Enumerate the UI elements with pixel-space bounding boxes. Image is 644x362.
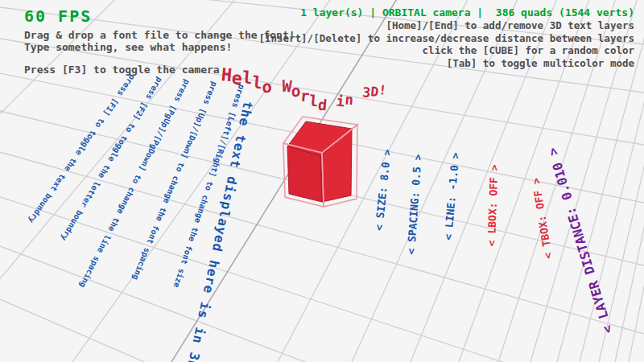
- right-instruction-line: [Insert]/[Delete] to increase/decrease d…: [258, 32, 634, 45]
- right-instruction-line: [Tab] to toggle multicolor mode: [258, 57, 634, 70]
- status-line: 1 layer(s) | ORBITAL camera | 386 quads …: [258, 6, 634, 19]
- instruction-type: Type something, see what happens!: [24, 41, 232, 53]
- right-instruction-line: [Home]/[End] to add/remove 3D text layer…: [258, 19, 634, 32]
- raylib-text3d-window: the text displayed here is in 3D press […: [0, 0, 644, 362]
- hello-letter: [328, 76, 339, 94]
- hud-right-block: 1 layer(s) | ORBITAL camera | 386 quads …: [258, 6, 634, 69]
- cube-face[interactable]: [287, 146, 322, 202]
- hello-letter: !: [378, 82, 387, 98]
- instruction-camera-toggle: Press [F3] to toggle the camera: [24, 64, 220, 76]
- hello-letter: n: [345, 92, 354, 109]
- hello-letter: o: [261, 76, 272, 97]
- right-instruction-line: click the [CUBE] for a random color: [258, 44, 634, 57]
- fps-counter: 60 FPS: [24, 6, 92, 26]
- right-instructions: [Home]/[End] to add/remove 3D text layer…: [258, 19, 634, 69]
- instruction-drag-drop: Drag & drop a font file to change the fo…: [24, 29, 295, 41]
- hello-letter: d: [317, 97, 328, 114]
